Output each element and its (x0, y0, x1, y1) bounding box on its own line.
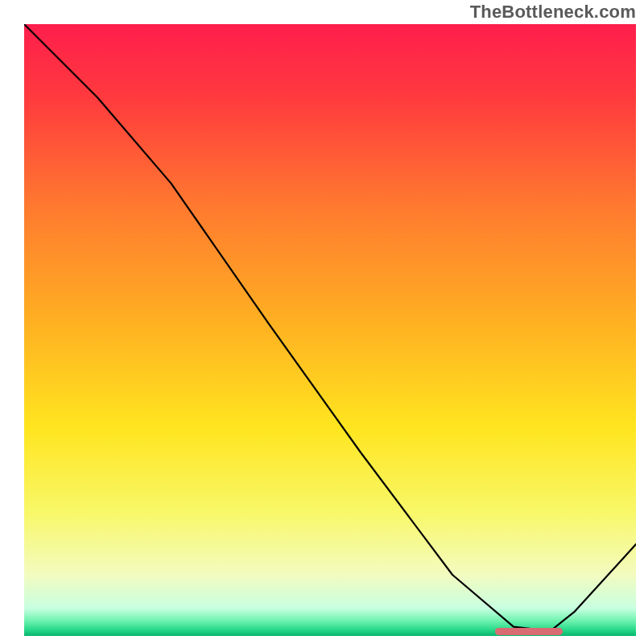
watermark-text: TheBottleneck.com (470, 2, 636, 23)
data-line-layer (24, 24, 636, 636)
data-line (24, 24, 636, 631)
optimum-range-marker (495, 628, 563, 635)
plot-area (24, 24, 636, 636)
chart-frame: TheBottleneck.com (0, 0, 644, 644)
